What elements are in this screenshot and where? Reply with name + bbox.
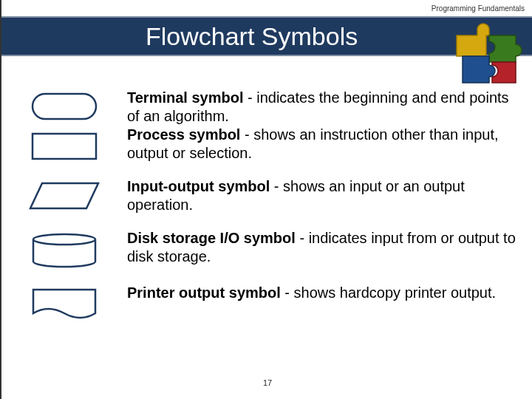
symbol-row: Disk storage I/O symbol - indicates inpu…: [1, 229, 519, 269]
symbol-name: Process symbol: [127, 126, 240, 143]
symbol-row: Printer output symbol - shows hardcopy p…: [1, 284, 519, 322]
symbol-name: Printer output symbol: [127, 284, 281, 301]
symbol-name: Terminal symbol: [127, 89, 243, 106]
page-number: 17: [1, 378, 532, 387]
content-area: Terminal symbol - indicates the beginnin…: [1, 89, 532, 337]
printer-output-symbol-icon: [30, 287, 98, 322]
symbol-description: Printer output symbol - shows hardcopy p…: [127, 284, 519, 302]
io-symbol-icon: [27, 180, 101, 211]
symbol-row: Terminal symbol - indicates the beginnin…: [1, 89, 519, 163]
symbol-name: Input-output symbol: [127, 178, 270, 194]
shape-cell: [1, 177, 127, 211]
svg-point-3: [33, 234, 95, 245]
symbol-row: Input-output symbol - shows an input or …: [1, 177, 519, 214]
symbol-description: Disk storage I/O symbol - indicates inpu…: [127, 229, 519, 266]
shape-cell: [1, 284, 127, 322]
puzzle-decoration-icon: [449, 12, 529, 92]
slide-title: Flowchart Symbols: [146, 22, 358, 51]
symbol-name: Disk storage I/O symbol: [127, 230, 296, 246]
svg-rect-0: [33, 94, 96, 119]
terminal-symbol-icon: [30, 92, 98, 121]
disk-storage-symbol-icon: [30, 232, 98, 269]
symbol-text: - shows hardcopy printer output.: [281, 284, 496, 301]
symbol-description: Terminal symbol - indicates the beginnin…: [127, 89, 519, 163]
svg-rect-1: [33, 134, 96, 159]
symbol-description: Input-output symbol - shows an input or …: [127, 177, 519, 214]
shape-cell: [1, 229, 127, 269]
svg-marker-2: [30, 183, 98, 208]
process-symbol-icon: [30, 132, 98, 161]
shape-cell: [1, 89, 127, 161]
